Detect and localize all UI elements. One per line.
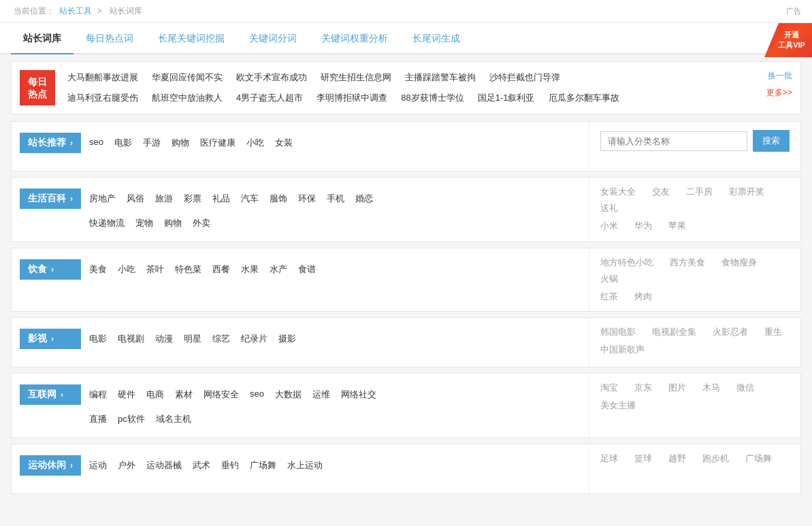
tag[interactable]: 购物 — [172, 135, 189, 150]
tag[interactable]: 汽车 — [241, 191, 259, 206]
right-tag[interactable]: 小米 — [600, 220, 618, 232]
tag[interactable]: 网络社交 — [341, 387, 376, 402]
right-tag[interactable]: 中国新歌声 — [600, 344, 645, 356]
tag[interactable]: 网络安全 — [204, 387, 239, 402]
tag[interactable]: 外卖 — [193, 216, 210, 231]
right-tag[interactable]: 美女主播 — [600, 399, 636, 412]
right-tag[interactable]: 食物瘦身 — [721, 257, 757, 269]
right-tag[interactable]: 跑步机 — [702, 453, 729, 465]
right-tag[interactable]: 火影忍者 — [713, 326, 748, 338]
tag[interactable]: 快递物流 — [89, 216, 125, 231]
tag[interactable]: 户外 — [118, 458, 135, 473]
right-tag[interactable]: 电视剧全集 — [652, 326, 696, 338]
tag[interactable]: 综艺 — [212, 331, 230, 346]
hot-link[interactable]: 迪马利亚右腿受伤 — [63, 91, 142, 105]
right-tag[interactable]: 京东 — [634, 382, 652, 394]
hot-link[interactable]: 欧文手术宣布成功 — [232, 70, 311, 85]
hot-link[interactable]: 88岁获博士学位 — [397, 91, 468, 105]
right-tag[interactable]: 红茶 — [600, 291, 618, 303]
tag[interactable]: 纪录片 — [241, 331, 267, 346]
tag[interactable]: 西餐 — [212, 262, 230, 277]
tag[interactable]: 电影 — [89, 331, 107, 346]
tag[interactable]: pc软件 — [118, 412, 145, 427]
right-tag[interactable]: 华为 — [634, 220, 652, 232]
cat-title-yinshi[interactable]: 饮食 › — [20, 259, 81, 280]
cat-title-yingshi[interactable]: 影视 › — [20, 329, 81, 349]
tag[interactable]: 运动 — [89, 458, 107, 473]
tag[interactable]: 水果 — [241, 262, 259, 277]
tag[interactable]: 素材 — [175, 387, 193, 402]
tag[interactable]: 特色菜 — [175, 262, 201, 277]
tag[interactable]: seo — [250, 387, 264, 402]
tag[interactable]: 食谱 — [298, 262, 316, 277]
tag[interactable]: 医疗健康 — [200, 135, 236, 150]
search-button[interactable]: 搜索 — [753, 130, 790, 152]
right-tag[interactable]: 西方美食 — [670, 257, 705, 269]
tab-zhanzhang-ciku[interactable]: 站长词库 — [11, 23, 74, 54]
tag[interactable]: 旅游 — [155, 191, 173, 206]
hot-link[interactable]: 厄瓜多尔翻车事故 — [545, 91, 623, 105]
change-batch-button[interactable]: 换一批 — [768, 70, 792, 82]
tag[interactable]: 环保 — [298, 191, 316, 206]
tag[interactable]: 礼品 — [212, 191, 230, 206]
tab-fenci[interactable]: 关键词分词 — [237, 23, 309, 54]
right-tag[interactable]: 淘宝 — [600, 382, 618, 394]
breadcrumb-parent[interactable]: 站长工具 — [59, 6, 92, 16]
tag[interactable]: 运动器械 — [146, 458, 182, 473]
tag[interactable]: 水产 — [270, 262, 287, 277]
right-tag[interactable]: 彩票开奖 — [729, 186, 764, 198]
hot-link[interactable]: 沙特拦截也门导弹 — [485, 70, 564, 85]
right-tag[interactable]: 越野 — [668, 453, 686, 465]
tag[interactable]: 房地产 — [89, 191, 116, 206]
right-tag[interactable]: 韩国电影 — [600, 326, 636, 338]
right-tag[interactable]: 送礼 — [600, 202, 618, 214]
hot-link[interactable]: 4男子盗无人超市 — [232, 91, 307, 105]
tag[interactable]: 明星 — [184, 331, 201, 346]
tag[interactable]: 域名主机 — [156, 412, 191, 427]
hot-link[interactable]: 航班空中放油救人 — [148, 91, 227, 105]
right-tag[interactable]: 重生 — [764, 326, 782, 338]
tab-changwei-shengcheng[interactable]: 长尾词生成 — [400, 23, 472, 54]
hot-link[interactable]: 大马翻船事故进展 — [63, 70, 142, 85]
tag[interactable]: 运维 — [312, 387, 330, 402]
tag[interactable]: 茶叶 — [146, 262, 164, 277]
right-tag[interactable]: 二手房 — [686, 186, 713, 198]
tag[interactable]: 动漫 — [155, 331, 173, 346]
tag[interactable]: 直播 — [89, 412, 107, 427]
right-tag[interactable]: 苹果 — [668, 220, 686, 232]
right-tag[interactable]: 烤肉 — [634, 291, 652, 303]
right-tag[interactable]: 微信 — [736, 382, 754, 394]
cat-title-hulianwang[interactable]: 互联网 › — [20, 384, 81, 405]
right-tag[interactable]: 木马 — [702, 382, 720, 394]
tag[interactable]: 手机 — [327, 191, 344, 206]
category-search-input[interactable] — [600, 131, 747, 151]
tag[interactable]: 硬件 — [118, 387, 135, 402]
right-tag[interactable]: 女装大全 — [600, 186, 636, 198]
more-button[interactable]: 更多>> — [766, 87, 792, 99]
tag[interactable]: 小吃 — [118, 262, 135, 277]
tag[interactable]: 水上运动 — [287, 458, 323, 473]
tag[interactable]: seo — [89, 135, 103, 150]
right-tag[interactable]: 交友 — [652, 186, 670, 198]
right-tag[interactable]: 图片 — [668, 382, 686, 394]
hot-link[interactable]: 国足1-1叙利亚 — [474, 91, 539, 105]
tag[interactable]: 摄影 — [278, 331, 296, 346]
tab-changwei[interactable]: 长尾关键词挖掘 — [146, 23, 237, 54]
tag[interactable]: 大数据 — [275, 387, 302, 402]
hot-link[interactable]: 主播踩踏警车被拘 — [401, 70, 480, 85]
right-tag[interactable]: 广场舞 — [745, 453, 772, 465]
tag[interactable]: 婚恋 — [355, 191, 373, 206]
hot-link[interactable]: 李明博拒狱中调查 — [312, 91, 391, 105]
vip-badge[interactable]: 开通工具VIP — [764, 23, 812, 57]
hot-link[interactable]: 研究生招生信息网 — [316, 70, 395, 85]
cat-title-zhanzhang[interactable]: 站长推荐 › — [20, 133, 81, 153]
tag[interactable]: 服饰 — [270, 191, 287, 206]
tag[interactable]: 电影 — [114, 135, 132, 150]
right-tag[interactable]: 足球 — [600, 453, 618, 465]
tag[interactable]: 垂钓 — [221, 458, 239, 473]
tag[interactable]: 宠物 — [135, 216, 153, 231]
tag[interactable]: 彩票 — [184, 191, 201, 206]
tag[interactable]: 广场舞 — [250, 458, 276, 473]
tag[interactable]: 电商 — [146, 387, 164, 402]
tab-quanzhong[interactable]: 关键词权重分析 — [309, 23, 400, 54]
